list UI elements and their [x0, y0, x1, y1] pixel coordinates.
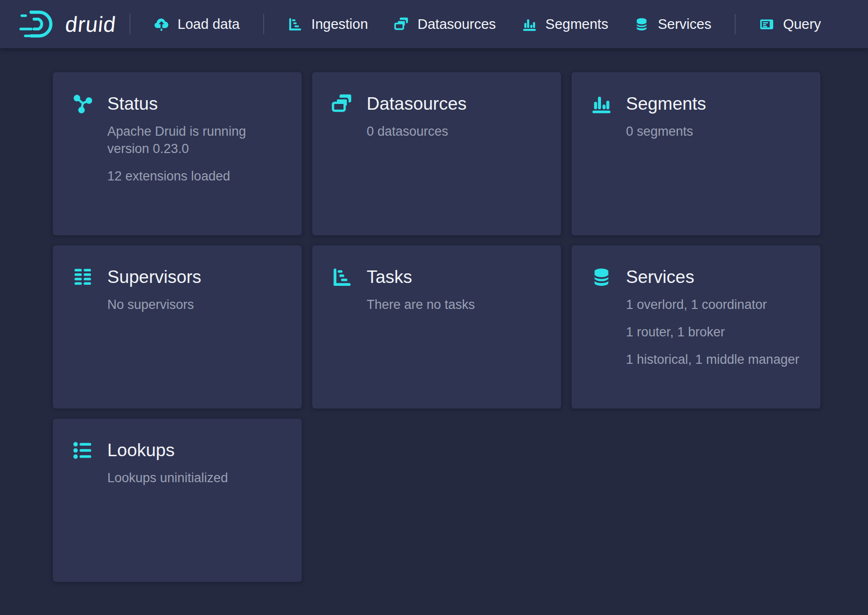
card-title: Supervisors	[107, 267, 201, 288]
nav-item-query[interactable]: Query	[746, 0, 834, 48]
list-columns-icon	[72, 267, 93, 288]
status-extensions-text: 12 extensions loaded	[107, 167, 282, 185]
brand-name: druid	[64, 13, 120, 35]
card-services[interactable]: Services 1 overlord, 1 coordinator 1 rou…	[572, 245, 820, 409]
segments-count-text: 0 segments	[626, 123, 801, 140]
services-line: 1 historical, 1 middle manager	[626, 351, 801, 368]
brand[interactable]: druid	[18, 10, 119, 38]
multi-select-icon	[332, 93, 353, 115]
grouped-bar-chart-icon	[591, 93, 612, 115]
nav-item-ingestion[interactable]: Ingestion	[275, 0, 381, 48]
nav-item-label: Query	[783, 16, 821, 32]
nav-item-label: Load data	[178, 16, 240, 32]
card-title: Datasources	[367, 94, 467, 115]
nav-item-label: Ingestion	[311, 16, 368, 32]
card-body: Apache Druid is running version 0.23.0 1…	[107, 123, 282, 185]
card-body: There are no tasks	[367, 296, 542, 313]
card-status[interactable]: Status Apache Druid is running version 0…	[53, 72, 302, 235]
navbar-divider	[263, 14, 264, 34]
nav-item-datasources[interactable]: Datasources	[381, 0, 509, 48]
nav-item-load-data[interactable]: Load data	[141, 0, 253, 48]
tasks-count-text: There are no tasks	[367, 296, 542, 313]
card-body: 1 overlord, 1 coordinator 1 router, 1 br…	[626, 296, 801, 368]
card-body: 0 segments	[626, 123, 801, 140]
card-supervisors[interactable]: Supervisors No supervisors	[53, 245, 302, 409]
services-line: 1 router, 1 broker	[626, 323, 801, 341]
properties-icon	[72, 440, 93, 461]
card-title: Services	[626, 267, 694, 288]
lookups-status-text: Lookups uninitialized	[107, 469, 282, 487]
card-title: Lookups	[107, 440, 175, 461]
database-icon	[634, 17, 649, 32]
cloud-upload-icon	[154, 17, 169, 32]
navbar-divider	[735, 14, 736, 34]
nav-item-services[interactable]: Services	[621, 0, 724, 48]
nav-item-label: Services	[658, 16, 711, 32]
graph-icon	[72, 93, 93, 115]
navbar-menu: Load data Ingestion Datasources Segments…	[141, 0, 834, 48]
status-running-text: Apache Druid is running version 0.23.0	[107, 123, 282, 157]
grouped-bar-chart-icon	[522, 17, 537, 32]
home-card-grid: Status Apache Druid is running version 0…	[53, 72, 868, 582]
card-title: Tasks	[367, 267, 412, 288]
nav-item-label: Segments	[546, 16, 609, 32]
card-title: Status	[107, 94, 158, 115]
gantt-chart-icon	[288, 17, 303, 32]
card-body: Lookups uninitialized	[107, 469, 282, 487]
nav-item-segments[interactable]: Segments	[509, 0, 622, 48]
datasources-count-text: 0 datasources	[367, 123, 542, 140]
supervisors-count-text: No supervisors	[107, 296, 282, 313]
application-text-icon	[759, 17, 774, 32]
card-tasks[interactable]: Tasks There are no tasks	[312, 245, 561, 409]
druid-logo-icon	[18, 10, 57, 38]
card-datasources[interactable]: Datasources 0 datasources	[312, 72, 561, 235]
gantt-chart-icon	[332, 267, 353, 288]
navbar: druid Load data Ingestion Datasources Se…	[0, 0, 868, 48]
card-segments[interactable]: Segments 0 segments	[572, 72, 820, 235]
card-lookups[interactable]: Lookups Lookups uninitialized	[53, 419, 302, 582]
database-icon	[591, 267, 612, 288]
nav-item-label: Datasources	[418, 16, 496, 32]
card-body: No supervisors	[107, 296, 282, 313]
card-title: Segments	[626, 94, 706, 115]
services-line: 1 overlord, 1 coordinator	[626, 296, 801, 313]
multi-select-icon	[394, 17, 409, 32]
navbar-divider	[129, 14, 130, 34]
card-body: 0 datasources	[367, 123, 542, 140]
